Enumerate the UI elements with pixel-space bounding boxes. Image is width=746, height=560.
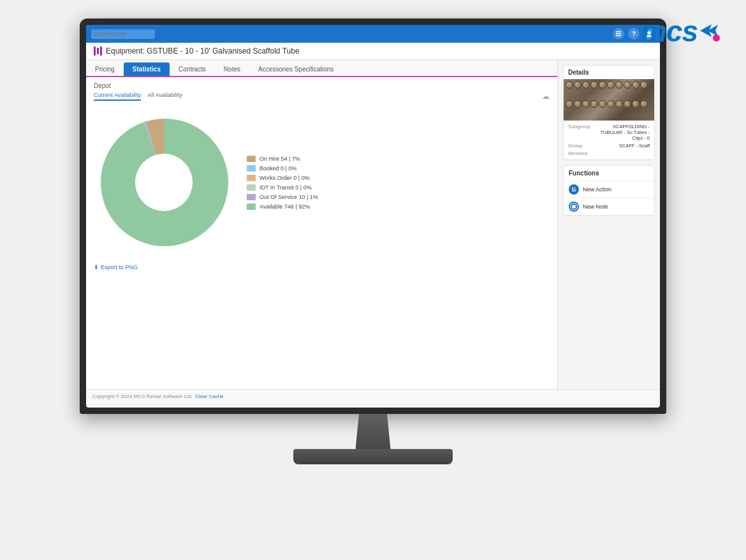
tube-circle — [640, 100, 648, 108]
depot-label: Depot — [94, 82, 550, 89]
legend-available: Available 746 | 92% — [247, 203, 318, 210]
group-row: Group SCAFF - Scaff — [568, 143, 650, 149]
svg-rect-1 — [616, 33, 621, 34]
search-input[interactable] — [91, 29, 155, 39]
avail-tab-group: Current Availability All Availability — [94, 92, 182, 101]
chart-legend: On Hire 54 | 7% Booked 0 | 0% Works Orde… — [247, 156, 318, 210]
svg-rect-6 — [574, 188, 576, 188]
tube-circle — [590, 100, 598, 108]
monitor-bezel: ? Equipment: GSTUBE - 10 - 10' Galvanise… — [80, 18, 666, 414]
out-of-service-label: Out Of Service 10 | 1% — [260, 194, 318, 200]
tube-circle — [632, 100, 640, 108]
pie-chart — [94, 112, 234, 253]
main-panel: Pricing Statistics Contracts Notes Acces… — [86, 60, 558, 389]
itemised-label: Itemised — [568, 151, 597, 156]
action-svg — [571, 187, 576, 192]
tube-circle — [590, 81, 598, 89]
legend-out-of-service: Out Of Service 10 | 1% — [247, 194, 318, 200]
equipment-icon — [94, 47, 102, 55]
logo-text: mcs — [641, 14, 698, 48]
functions-card: Functions New Action — [563, 165, 655, 216]
out-of-service-swatch — [247, 194, 256, 200]
help-icon-btn[interactable]: ? — [628, 28, 640, 40]
tube-circle — [566, 81, 573, 89]
tube-circle — [574, 81, 581, 89]
tab-notes[interactable]: Notes — [215, 63, 249, 76]
works-order-label: Works Order 0 | 0% — [260, 175, 310, 181]
clear-cache-link[interactable]: Clear Cache — [195, 394, 223, 399]
svg-point-4 — [135, 154, 193, 211]
on-hire-swatch — [247, 156, 256, 162]
tab-statistics[interactable]: Statistics — [124, 63, 170, 76]
svg-rect-0 — [616, 31, 621, 33]
mcs-logo: mcs — [641, 14, 720, 48]
tube-circle — [615, 100, 623, 108]
mcs-dot — [713, 34, 720, 41]
export-icon: ⬇ — [94, 264, 99, 270]
subgroup-value: SCAFFOLDING - TUBULAR - Sc Tubes - Clips… — [599, 124, 650, 141]
new-action-item[interactable]: New Action — [564, 181, 654, 198]
app-header: ? — [86, 25, 660, 43]
page-title: Equipment: GSTUBE - 10 - 10' Galvanised … — [106, 47, 300, 55]
new-action-label: New Action — [583, 186, 611, 193]
subgroup-row: Subgroup SCAFFOLDING - TUBULAR - Sc Tube… — [568, 124, 650, 141]
available-label: Available 746 | 92% — [260, 203, 310, 210]
note-inner-icon — [571, 203, 577, 210]
tube-circle — [599, 100, 606, 108]
svg-rect-2 — [616, 35, 621, 36]
tube-circle — [599, 81, 606, 89]
tube-circle — [566, 100, 573, 108]
app-content: Pricing Statistics Contracts Notes Acces… — [86, 60, 660, 389]
legend-on-hire: On Hire 54 | 7% — [247, 156, 318, 162]
details-props: Subgroup SCAFFOLDING - TUBULAR - Sc Tube… — [564, 121, 654, 159]
tube-circle — [624, 81, 631, 89]
panel-content: Depot Current Availability All Availabil… — [86, 77, 557, 389]
export-link[interactable]: ⬇ Export to PNG — [94, 264, 550, 270]
tab-contracts[interactable]: Contracts — [170, 63, 215, 76]
itemised-row: Itemised — [568, 151, 650, 156]
available-swatch — [247, 203, 256, 210]
help-icon: ? — [632, 31, 636, 38]
subgroup-label: Subgroup — [568, 124, 597, 141]
monitor-screen: ? Equipment: GSTUBE - 10 - 10' Galvanise… — [86, 25, 660, 408]
legend-works-order: Works Order 0 | 0% — [247, 175, 318, 181]
group-label: Group — [568, 143, 597, 149]
monitor: ? Equipment: GSTUBE - 10 - 10' Galvanise… — [35, 18, 711, 542]
list-icon — [615, 31, 622, 37]
tube-circle — [624, 100, 631, 108]
tube-circle — [582, 100, 590, 108]
svg-rect-7 — [572, 189, 576, 190]
new-note-item[interactable]: New Note — [564, 198, 654, 215]
cloud-icon: ☁ — [542, 92, 550, 101]
legend-booked: Booked 0 | 0% — [247, 165, 318, 172]
list-icon-btn[interactable] — [613, 28, 624, 40]
tube-circles — [564, 79, 654, 121]
app-footer: Copyright © 2024 MCS Rental Software Ltd… — [86, 389, 660, 403]
booked-label: Booked 0 | 0% — [260, 165, 296, 172]
tube-circle — [632, 81, 640, 89]
tab-pricing[interactable]: Pricing — [86, 63, 124, 76]
chart-area: On Hire 54 | 7% Booked 0 | 0% Works Orde… — [94, 106, 550, 259]
export-label: Export to PNG — [101, 264, 138, 270]
works-order-swatch — [247, 175, 256, 181]
details-title: Details — [564, 66, 654, 79]
idt-label: IDT In Transit 0 | 0% — [260, 184, 312, 191]
tube-circle — [582, 81, 590, 89]
functions-title: Functions — [564, 166, 654, 181]
current-availability-tab[interactable]: Current Availability — [94, 92, 141, 101]
tube-circle — [615, 81, 623, 89]
group-value: SCAFF - Scaff — [619, 143, 650, 149]
availability-tabs: Current Availability All Availability ☁ — [94, 92, 550, 101]
tube-circle — [640, 81, 648, 89]
new-note-label: New Note — [583, 203, 608, 210]
tube-circle — [607, 81, 615, 89]
action-icon — [569, 184, 579, 195]
details-card: Details — [563, 65, 655, 160]
breadcrumb: Equipment: GSTUBE - 10 - 10' Galvanised … — [86, 43, 660, 60]
idt-swatch — [247, 184, 256, 191]
right-sidebar: Details — [558, 60, 660, 389]
monitor-neck — [356, 414, 391, 449]
all-availability-tab[interactable]: All Availability — [147, 92, 182, 101]
tabs-bar: Pricing Statistics Contracts Notes Acces… — [86, 60, 557, 77]
tab-accessories[interactable]: Accessories Specifications — [249, 63, 342, 76]
